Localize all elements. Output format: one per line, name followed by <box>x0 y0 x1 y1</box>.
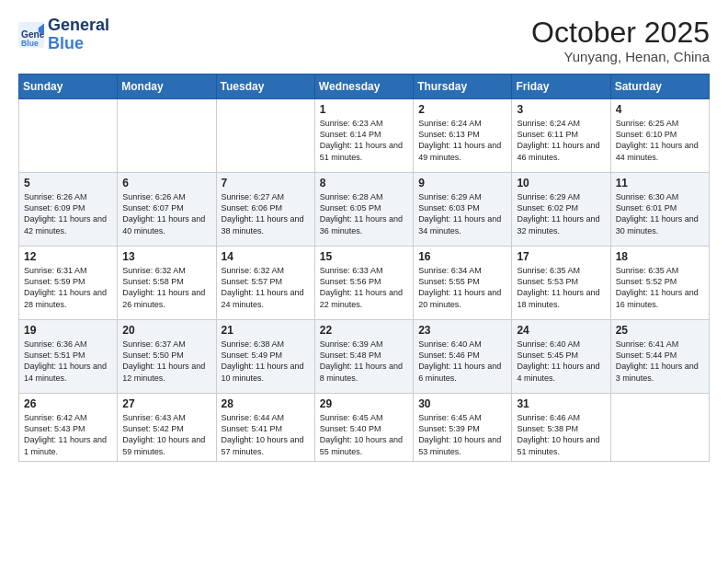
calendar-cell: 8Sunrise: 6:28 AMSunset: 6:05 PMDaylight… <box>314 173 413 247</box>
calendar-cell: 17Sunrise: 6:35 AMSunset: 5:53 PMDayligh… <box>512 247 610 320</box>
calendar-cell: 9Sunrise: 6:29 AMSunset: 6:03 PMDaylight… <box>414 173 512 247</box>
calendar-cell: 11Sunrise: 6:30 AMSunset: 6:01 PMDayligh… <box>610 173 709 247</box>
cell-info: Sunrise: 6:35 AMSunset: 5:52 PMDaylight:… <box>616 265 704 310</box>
day-number: 29 <box>320 397 408 410</box>
day-number: 22 <box>320 324 408 337</box>
calendar-cell <box>610 394 709 462</box>
cell-info: Sunrise: 6:25 AMSunset: 6:10 PMDaylight:… <box>616 118 704 163</box>
day-number: 19 <box>24 324 112 337</box>
day-number: 3 <box>517 103 605 116</box>
calendar-cell: 3Sunrise: 6:24 AMSunset: 6:11 PMDaylight… <box>512 99 610 173</box>
cell-info: Sunrise: 6:46 AMSunset: 5:38 PMDaylight:… <box>517 412 605 457</box>
cell-info: Sunrise: 6:41 AMSunset: 5:44 PMDaylight:… <box>616 339 704 384</box>
day-number: 7 <box>222 177 310 190</box>
page: General Blue GeneralBlue October 2025 Yu… <box>0 0 728 563</box>
weekday-header-monday: Monday <box>118 75 216 99</box>
cell-info: Sunrise: 6:26 AMSunset: 6:07 PMDaylight:… <box>122 191 210 236</box>
day-number: 10 <box>517 177 605 190</box>
calendar-cell: 12Sunrise: 6:31 AMSunset: 5:59 PMDayligh… <box>19 247 118 320</box>
calendar-cell: 22Sunrise: 6:39 AMSunset: 5:48 PMDayligh… <box>314 320 413 394</box>
calendar-cell: 31Sunrise: 6:46 AMSunset: 5:38 PMDayligh… <box>512 394 610 462</box>
calendar-cell: 15Sunrise: 6:33 AMSunset: 5:56 PMDayligh… <box>314 247 413 320</box>
cell-info: Sunrise: 6:42 AMSunset: 5:43 PMDaylight:… <box>24 412 112 457</box>
calendar-cell: 29Sunrise: 6:45 AMSunset: 5:40 PMDayligh… <box>314 394 413 462</box>
weekday-header-tuesday: Tuesday <box>216 75 314 99</box>
cell-info: Sunrise: 6:43 AMSunset: 5:42 PMDaylight:… <box>122 412 210 457</box>
cell-info: Sunrise: 6:32 AMSunset: 5:58 PMDaylight:… <box>122 265 210 310</box>
cell-info: Sunrise: 6:38 AMSunset: 5:49 PMDaylight:… <box>222 339 310 384</box>
calendar-cell: 23Sunrise: 6:40 AMSunset: 5:46 PMDayligh… <box>414 320 512 394</box>
calendar-cell: 19Sunrise: 6:36 AMSunset: 5:51 PMDayligh… <box>19 320 118 394</box>
day-number: 18 <box>616 250 704 263</box>
cell-info: Sunrise: 6:32 AMSunset: 5:57 PMDaylight:… <box>222 265 310 310</box>
cell-info: Sunrise: 6:29 AMSunset: 6:02 PMDaylight:… <box>517 191 605 236</box>
day-number: 11 <box>616 177 704 190</box>
day-number: 8 <box>320 177 408 190</box>
weekday-header-thursday: Thursday <box>414 75 512 99</box>
calendar-cell: 13Sunrise: 6:32 AMSunset: 5:58 PMDayligh… <box>118 247 216 320</box>
day-number: 27 <box>122 397 210 410</box>
calendar-header-row: SundayMondayTuesdayWednesdayThursdayFrid… <box>19 75 710 99</box>
calendar-cell <box>118 99 216 173</box>
logo-icon: General Blue <box>18 22 44 48</box>
cell-info: Sunrise: 6:40 AMSunset: 5:46 PMDaylight:… <box>418 339 506 384</box>
cell-info: Sunrise: 6:35 AMSunset: 5:53 PMDaylight:… <box>517 265 605 310</box>
day-number: 4 <box>616 103 704 116</box>
cell-info: Sunrise: 6:37 AMSunset: 5:50 PMDaylight:… <box>122 339 210 384</box>
day-number: 14 <box>222 250 310 263</box>
calendar-week-row: 19Sunrise: 6:36 AMSunset: 5:51 PMDayligh… <box>19 320 710 394</box>
day-number: 17 <box>517 250 605 263</box>
day-number: 23 <box>418 324 506 337</box>
cell-info: Sunrise: 6:45 AMSunset: 5:39 PMDaylight:… <box>418 412 506 457</box>
calendar-cell: 28Sunrise: 6:44 AMSunset: 5:41 PMDayligh… <box>216 394 314 462</box>
calendar-cell: 14Sunrise: 6:32 AMSunset: 5:57 PMDayligh… <box>216 247 314 320</box>
calendar-cell: 25Sunrise: 6:41 AMSunset: 5:44 PMDayligh… <box>610 320 709 394</box>
cell-info: Sunrise: 6:24 AMSunset: 6:11 PMDaylight:… <box>517 118 605 163</box>
cell-info: Sunrise: 6:39 AMSunset: 5:48 PMDaylight:… <box>320 339 408 384</box>
calendar-cell: 18Sunrise: 6:35 AMSunset: 5:52 PMDayligh… <box>610 247 709 320</box>
cell-info: Sunrise: 6:23 AMSunset: 6:14 PMDaylight:… <box>320 118 408 163</box>
calendar-cell: 26Sunrise: 6:42 AMSunset: 5:43 PMDayligh… <box>19 394 118 462</box>
day-number: 13 <box>122 250 210 263</box>
calendar-week-row: 1Sunrise: 6:23 AMSunset: 6:14 PMDaylight… <box>19 99 710 173</box>
day-number: 1 <box>320 103 408 116</box>
calendar-week-row: 12Sunrise: 6:31 AMSunset: 5:59 PMDayligh… <box>19 247 710 320</box>
calendar-cell: 24Sunrise: 6:40 AMSunset: 5:45 PMDayligh… <box>512 320 610 394</box>
calendar-cell: 6Sunrise: 6:26 AMSunset: 6:07 PMDaylight… <box>118 173 216 247</box>
day-number: 16 <box>418 250 506 263</box>
title-block: October 2025 Yunyang, Henan, China <box>531 17 710 64</box>
weekday-header-saturday: Saturday <box>610 75 709 99</box>
calendar-cell: 4Sunrise: 6:25 AMSunset: 6:10 PMDaylight… <box>610 99 709 173</box>
calendar-cell: 2Sunrise: 6:24 AMSunset: 6:13 PMDaylight… <box>414 99 512 173</box>
svg-text:Blue: Blue <box>21 38 39 47</box>
calendar: SundayMondayTuesdayWednesdayThursdayFrid… <box>18 74 710 462</box>
cell-info: Sunrise: 6:30 AMSunset: 6:01 PMDaylight:… <box>616 191 704 236</box>
logo-text: GeneralBlue <box>48 17 109 53</box>
cell-info: Sunrise: 6:31 AMSunset: 5:59 PMDaylight:… <box>24 265 112 310</box>
calendar-cell: 10Sunrise: 6:29 AMSunset: 6:02 PMDayligh… <box>512 173 610 247</box>
location: Yunyang, Henan, China <box>531 49 710 64</box>
day-number: 28 <box>222 397 310 410</box>
calendar-cell <box>216 99 314 173</box>
weekday-header-sunday: Sunday <box>19 75 118 99</box>
calendar-cell: 21Sunrise: 6:38 AMSunset: 5:49 PMDayligh… <box>216 320 314 394</box>
cell-info: Sunrise: 6:45 AMSunset: 5:40 PMDaylight:… <box>320 412 408 457</box>
calendar-cell: 27Sunrise: 6:43 AMSunset: 5:42 PMDayligh… <box>118 394 216 462</box>
weekday-header-wednesday: Wednesday <box>314 75 413 99</box>
cell-info: Sunrise: 6:36 AMSunset: 5:51 PMDaylight:… <box>24 339 112 384</box>
calendar-week-row: 26Sunrise: 6:42 AMSunset: 5:43 PMDayligh… <box>19 394 710 462</box>
cell-info: Sunrise: 6:40 AMSunset: 5:45 PMDaylight:… <box>517 339 605 384</box>
day-number: 21 <box>222 324 310 337</box>
day-number: 26 <box>24 397 112 410</box>
day-number: 30 <box>418 397 506 410</box>
calendar-cell: 1Sunrise: 6:23 AMSunset: 6:14 PMDaylight… <box>314 99 413 173</box>
calendar-cell: 30Sunrise: 6:45 AMSunset: 5:39 PMDayligh… <box>414 394 512 462</box>
weekday-header-friday: Friday <box>512 75 610 99</box>
calendar-cell <box>19 99 118 173</box>
calendar-cell: 16Sunrise: 6:34 AMSunset: 5:55 PMDayligh… <box>414 247 512 320</box>
day-number: 25 <box>616 324 704 337</box>
calendar-cell: 7Sunrise: 6:27 AMSunset: 6:06 PMDaylight… <box>216 173 314 247</box>
day-number: 20 <box>122 324 210 337</box>
calendar-week-row: 5Sunrise: 6:26 AMSunset: 6:09 PMDaylight… <box>19 173 710 247</box>
day-number: 24 <box>517 324 605 337</box>
